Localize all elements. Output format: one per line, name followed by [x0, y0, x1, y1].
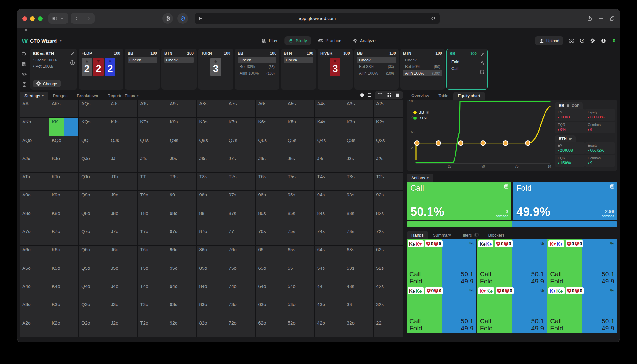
matrix-cell[interactable]: 63o — [256, 300, 285, 318]
matrix-cell[interactable]: JTo — [108, 173, 137, 190]
matrix-cell[interactable]: AA — [20, 100, 49, 117]
action-option-bet[interactable]: Bet 50%(50) — [403, 64, 442, 70]
matrix-cell[interactable]: 75s — [285, 227, 314, 245]
matrix-cell[interactable]: 43o — [315, 300, 344, 318]
matrix-cell[interactable]: 63s — [344, 246, 373, 263]
percent-icon[interactable]: % — [469, 288, 473, 293]
matrix-cell[interactable]: 53s — [344, 264, 373, 282]
action-option-allin[interactable]: Allin 100%(100) — [357, 70, 396, 76]
matrix-cell[interactable]: J9s — [167, 154, 196, 172]
matrix-cell[interactable]: Q9o — [79, 191, 108, 209]
password-manager-extension-icon[interactable] — [162, 13, 173, 24]
gear-icon[interactable] — [590, 38, 595, 43]
hand-combo-tile[interactable]: K♥K♣▲0▼0%CallFold50.149.9 — [477, 286, 547, 333]
matrix-cell[interactable]: 42o — [315, 319, 344, 337]
action-option-check[interactable]: Check — [238, 57, 276, 63]
account-avatar-icon[interactable] — [601, 38, 606, 43]
matrix-cell[interactable]: A8o — [20, 209, 49, 227]
new-tab-icon[interactable] — [598, 16, 603, 21]
matrix-cell[interactable]: K5o — [49, 264, 78, 282]
matrix-cell[interactable]: ATs — [138, 100, 167, 117]
action-panel-btn[interactable]: BTN100Check — [161, 49, 197, 90]
matrix-cell[interactable]: J2s — [374, 154, 403, 172]
matrix-cell[interactable]: J4o — [108, 282, 137, 300]
tab-filters[interactable]: Filters — [456, 231, 484, 239]
matrix-cell[interactable]: 62s — [374, 246, 403, 263]
matrix-cell[interactable]: 85o — [197, 264, 226, 282]
matrix-cell[interactable]: Q3o — [79, 300, 108, 318]
page-settings-icon[interactable] — [199, 16, 204, 21]
matrix-cell[interactable]: Q2o — [79, 319, 108, 337]
hand-combo-tile[interactable]: K♦K♣▲0▼0%CallFold50.149.9 — [547, 286, 617, 333]
percent-icon[interactable]: % — [469, 241, 473, 246]
matrix-cell[interactable]: 66 — [256, 246, 285, 263]
hand-combo-tile[interactable]: K♠K♥▲0▼0%CallFold50.149.9 — [407, 239, 476, 286]
tab-blockers[interactable]: Blockers — [484, 231, 509, 239]
matrix-cell[interactable]: J4s — [315, 154, 344, 172]
matrix-cell[interactable]: ATo — [20, 173, 49, 190]
matrix-cell[interactable]: 98o — [167, 209, 196, 227]
matrix-cell[interactable]: J8s — [197, 154, 226, 172]
matrix-cell[interactable]: 76o — [226, 246, 255, 263]
matrix-cell[interactable]: T8o — [138, 209, 167, 227]
matrix-cell[interactable]: 44 — [315, 282, 344, 300]
matrix-cell[interactable]: 96o — [167, 246, 196, 263]
tab-ranges[interactable]: Ranges — [48, 92, 72, 100]
matrix-cell[interactable]: QQ — [79, 136, 108, 154]
action-option-bet[interactable]: Bet 33%(33) — [357, 64, 396, 70]
matrix-cell[interactable]: K8s — [197, 118, 226, 136]
matrix-cell[interactable]: TT — [138, 173, 167, 190]
matrix-cell[interactable]: 85s — [285, 209, 314, 227]
forward-button[interactable] — [83, 16, 95, 21]
matrix-cell[interactable]: Q7o — [79, 227, 108, 245]
save-icon[interactable] — [22, 62, 27, 67]
action-panel-bb[interactable]: BB100CheckBet 33%(33)Allin 100%(100) — [235, 49, 279, 90]
matrix-cell[interactable]: J7s — [226, 154, 255, 172]
matrix-cell[interactable]: 84s — [315, 209, 344, 227]
matrix-cell[interactable]: 75o — [226, 264, 255, 282]
scan-icon[interactable] — [569, 38, 574, 43]
matrix-cell[interactable]: 77 — [226, 227, 255, 245]
action-option-bet[interactable]: Bet 33%(33) — [238, 64, 276, 70]
address-bar[interactable]: app.gtowizard.com — [195, 13, 440, 24]
matrix-cell[interactable]: T7o — [138, 227, 167, 245]
matrix-cell[interactable]: T4s — [315, 173, 344, 190]
matrix-cell[interactable]: J6o — [108, 246, 137, 263]
matrix-cell[interactable]: 62o — [256, 319, 285, 337]
matrix-cell[interactable]: A3s — [344, 100, 373, 117]
matrix-cell[interactable]: 92o — [167, 319, 196, 337]
matrix-cell[interactable]: T5s — [285, 173, 314, 190]
matrix-cell[interactable]: 97o — [167, 227, 196, 245]
matrix-cell[interactable]: 84o — [197, 282, 226, 300]
matrix-cell[interactable]: T2s — [374, 173, 403, 190]
matrix-cell[interactable]: 33 — [344, 300, 373, 318]
matrix-cell[interactable]: T3o — [138, 300, 167, 318]
matrix-cell[interactable]: Q9s — [167, 136, 196, 154]
matrix-cell[interactable]: K4o — [49, 282, 78, 300]
matrix-cell[interactable]: T2o — [138, 319, 167, 337]
matrix-cell[interactable]: AQs — [79, 100, 108, 117]
matrix-cell[interactable]: 54s — [315, 264, 344, 282]
matrix-cell[interactable]: 52o — [285, 319, 314, 337]
matrix-cell[interactable]: 74s — [315, 227, 344, 245]
street-panel-turn[interactable]: TURN100♠3 — [198, 49, 233, 90]
matrix-cell[interactable]: 73o — [226, 300, 255, 318]
matrix-cell[interactable]: 52s — [374, 264, 403, 282]
reload-icon[interactable] — [431, 16, 436, 21]
close-window-button[interactable] — [22, 16, 27, 21]
tab-reports-flops[interactable]: Reports: Flops▾ — [103, 92, 143, 100]
matrix-cell[interactable]: 94s — [315, 191, 344, 209]
matrix-cell[interactable]: 73s — [344, 227, 373, 245]
back-button[interactable] — [71, 16, 83, 21]
matrix-cell[interactable]: J8o — [108, 209, 137, 227]
matrix-cell[interactable]: 76s — [256, 227, 285, 245]
matrix-cell[interactable]: T6o — [138, 246, 167, 263]
matrix-cell[interactable]: T4o — [138, 282, 167, 300]
matrix-cell[interactable]: 94o — [167, 282, 196, 300]
matrix-cell[interactable]: A7s — [226, 100, 255, 117]
matrix-cell[interactable]: A4o — [20, 282, 49, 300]
matrix-cell[interactable]: K9o — [49, 191, 78, 209]
nav-item-analyze[interactable]: Analyze — [349, 36, 380, 45]
matrix-cell[interactable]: K9s — [167, 118, 196, 136]
matrix-cell[interactable]: Q3s — [344, 136, 373, 154]
